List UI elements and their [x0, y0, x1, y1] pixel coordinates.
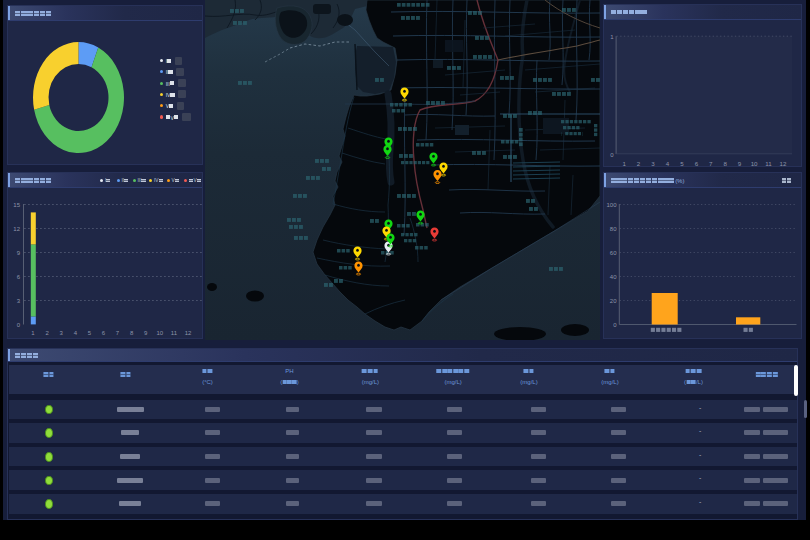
svg-text:12: 12 — [779, 160, 786, 167]
svg-text:20: 20 — [609, 298, 616, 304]
svg-text:40: 40 — [609, 274, 616, 280]
svg-text:4: 4 — [74, 330, 78, 336]
svg-text:8: 8 — [130, 330, 134, 336]
svg-text:9: 9 — [144, 330, 148, 336]
svg-text:5: 5 — [680, 160, 684, 167]
svg-text:3: 3 — [651, 160, 655, 167]
svg-text:1: 1 — [31, 330, 35, 336]
svg-text:5: 5 — [88, 330, 92, 336]
svg-text:6: 6 — [17, 274, 21, 280]
svg-text:8: 8 — [723, 160, 727, 167]
svg-text:2: 2 — [45, 330, 49, 336]
svg-text:80: 80 — [609, 226, 616, 232]
svg-text:3: 3 — [17, 298, 21, 304]
svg-text:1: 1 — [622, 160, 626, 167]
svg-text:4: 4 — [665, 160, 669, 167]
svg-text:9: 9 — [737, 160, 741, 167]
svg-text:100: 100 — [606, 202, 617, 208]
svg-text:1: 1 — [610, 34, 614, 40]
svg-text:60: 60 — [609, 250, 616, 256]
svg-text:7: 7 — [116, 330, 120, 336]
svg-text:11: 11 — [171, 330, 178, 336]
svg-text:15: 15 — [13, 202, 20, 208]
svg-text:6: 6 — [102, 330, 106, 336]
svg-text:10: 10 — [750, 160, 757, 167]
svg-text:6: 6 — [694, 160, 698, 167]
svg-text:9: 9 — [17, 250, 21, 256]
svg-text:3: 3 — [60, 330, 64, 336]
svg-text:12: 12 — [185, 330, 192, 336]
svg-text:): ) — [582, 132, 583, 136]
svg-text:2: 2 — [636, 160, 640, 167]
svg-text:10: 10 — [156, 330, 163, 336]
svg-text:0: 0 — [613, 322, 617, 328]
svg-text:11: 11 — [765, 160, 772, 167]
svg-text:12: 12 — [13, 226, 20, 232]
svg-text:7: 7 — [709, 160, 713, 167]
svg-text:0: 0 — [610, 151, 614, 157]
svg-text:0: 0 — [17, 322, 21, 328]
